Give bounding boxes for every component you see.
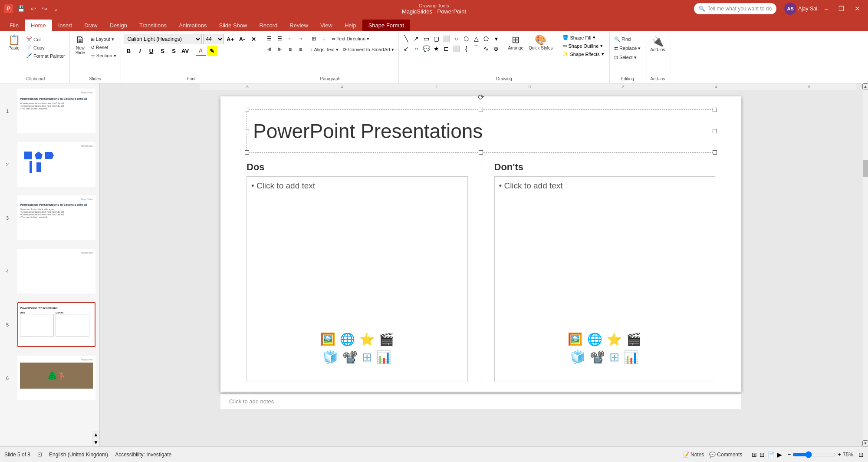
shape-double-arrow[interactable]: ↔	[411, 44, 421, 53]
align-text-button[interactable]: ↕ Align Text ▾	[309, 46, 341, 53]
shape-rrect[interactable]: ▢	[431, 34, 441, 43]
handle-ml[interactable]	[245, 129, 249, 133]
dos-heading[interactable]: Dos	[247, 162, 468, 173]
dos-placeholder-text[interactable]: • Click to add text	[251, 181, 463, 191]
tab-review[interactable]: Review	[283, 20, 314, 31]
tab-slideshow[interactable]: Slide Show	[213, 20, 253, 31]
shapes-more[interactable]: ▾	[491, 34, 501, 43]
shape-triangle[interactable]: △	[471, 34, 481, 43]
dos-image-icon[interactable]: 🖼️	[320, 332, 335, 346]
donts-heading[interactable]: Don'ts	[494, 162, 716, 173]
rotate-handle[interactable]: ⟳	[478, 92, 484, 102]
tab-animations[interactable]: Animations	[173, 20, 213, 31]
align-left-button[interactable]: ⫷	[265, 45, 274, 54]
tab-file[interactable]: File	[3, 20, 25, 31]
slide-thumb-2[interactable]: MagicSlides	[17, 142, 95, 187]
justify-button[interactable]: ≡	[296, 45, 306, 54]
tab-home[interactable]: Home	[25, 20, 52, 31]
donts-table-icon[interactable]: ⊞	[609, 350, 619, 364]
scroll-down-arrow[interactable]: ▼	[862, 440, 868, 446]
restore-button[interactable]: ❐	[835, 5, 848, 13]
shape-bracket[interactable]: {	[461, 44, 471, 53]
find-button[interactable]: 🔍 Find	[612, 36, 632, 43]
slideshow-button[interactable]: ▶	[777, 451, 782, 458]
highlight-button[interactable]: ✎	[207, 46, 217, 56]
zoom-level[interactable]: 75%	[843, 452, 853, 458]
font-family-select[interactable]: Calibri Light (Headings)	[124, 34, 202, 44]
shape-rect[interactable]: ▭	[421, 34, 431, 43]
scroll-up-arrow[interactable]: ▲	[862, 83, 868, 89]
layout-button[interactable]: ⊞ Layout ▾	[89, 36, 118, 43]
notes-area[interactable]: Click to add notes	[220, 393, 741, 409]
tab-design[interactable]: Design	[104, 20, 133, 31]
donts-3d-icon[interactable]: 🧊	[570, 350, 585, 364]
shape-cube[interactable]: ⬜	[451, 44, 461, 53]
shape-effects-button[interactable]: ✨ Shape Effects ▾	[560, 50, 607, 58]
shape-callout[interactable]: 💬	[421, 44, 431, 53]
quick-styles-button[interactable]: 🎨 Quick Styles	[526, 34, 555, 52]
zoom-in-button[interactable]: +	[838, 451, 841, 458]
strikethrough-button[interactable]: S	[158, 46, 168, 56]
slide-thumb-6[interactable]: MagicSlides 🌲 🦌	[17, 356, 95, 400]
scroll-track[interactable]	[862, 89, 868, 440]
fit-window-button[interactable]: ⊡	[858, 451, 864, 458]
shape-process[interactable]: ⊏	[441, 44, 451, 53]
shape-hexagon[interactable]: ⬡	[461, 34, 471, 43]
save-button[interactable]: 💾	[16, 4, 26, 13]
donts-placeholder-text[interactable]: • Click to add text	[499, 181, 711, 191]
dos-content-box[interactable]: • Click to add text 🖼️ 🌐 ⭐ 🎬 🧊 📽️	[247, 176, 468, 382]
arrange-button[interactable]: ⊞ Arrange	[506, 34, 526, 52]
char-spacing-button[interactable]: AV	[180, 46, 191, 56]
zoom-slider[interactable]	[792, 451, 836, 458]
font-shrink-button[interactable]: A-	[237, 34, 247, 44]
close-button[interactable]: ✕	[851, 5, 864, 13]
new-slide-button[interactable]: 🗎 NewSlide	[72, 34, 88, 56]
slide-sorter-button[interactable]: ⊟	[760, 451, 765, 458]
slide-title-text[interactable]: PowerPoint Presentations	[247, 119, 483, 143]
decrease-indent-button[interactable]: ←	[286, 34, 295, 43]
tab-record[interactable]: Record	[253, 20, 283, 31]
dos-icons-icon[interactable]: ⭐	[359, 332, 375, 346]
donts-chart-icon[interactable]: 📊	[624, 350, 639, 364]
donts-video-icon[interactable]: 🎬	[626, 332, 641, 346]
handle-bl[interactable]	[245, 150, 249, 155]
donts-image-icon[interactable]: 🖼️	[568, 332, 583, 346]
handle-tr[interactable]	[713, 108, 717, 112]
user-avatar[interactable]: AS	[784, 3, 796, 15]
tab-help[interactable]: Help	[339, 20, 362, 31]
handle-tl[interactable]	[245, 108, 249, 112]
bullets-button[interactable]: ☰	[265, 34, 274, 43]
shape-arrow[interactable]: ↗	[411, 34, 421, 43]
dos-table-icon[interactable]: ⊞	[362, 350, 372, 364]
reading-view-button[interactable]: 📄	[767, 451, 775, 458]
tab-draw[interactable]: Draw	[78, 20, 103, 31]
handle-tm[interactable]	[479, 108, 483, 112]
select-button[interactable]: ⊡ Select ▾	[612, 54, 638, 61]
shape-fill-button[interactable]: 🪣 Shape Fill ▾	[560, 34, 607, 41]
shape-outline-button[interactable]: ▭ Shape Outline ▾	[560, 42, 607, 50]
donts-content-box[interactable]: • Click to add text 🖼️ 🌐 ⭐ 🎬 🧊 📽️	[494, 176, 716, 382]
shape-misc1[interactable]: ⌒	[471, 44, 481, 53]
undo-button[interactable]: ↩	[29, 4, 38, 13]
format-painter-button[interactable]: 🖌️ Format Painter	[24, 52, 67, 59]
tell-me-bar[interactable]: 🔍 Tell me what you want to do	[694, 3, 776, 14]
dos-video-icon[interactable]: 🎬	[379, 332, 394, 346]
section-button[interactable]: ☰ Section ▾	[89, 52, 118, 59]
shape-misc3[interactable]: ⊕	[491, 44, 501, 53]
scroll-down-button[interactable]: ▼	[92, 439, 99, 446]
italic-button[interactable]: I	[135, 46, 145, 56]
comments-button[interactable]: 💬 Comments	[709, 452, 742, 458]
notes-placeholder[interactable]: Click to add notes	[229, 398, 274, 405]
replace-button[interactable]: ⇄ Replace ▾	[612, 45, 642, 52]
scroll-thumb[interactable]	[863, 160, 868, 177]
slide-canvas[interactable]: ⟳ PowerPoint Presentations Dos • Click t…	[220, 96, 741, 392]
handle-br[interactable]	[713, 150, 717, 155]
cut-button[interactable]: ✂️ Cut	[24, 36, 67, 43]
handle-bm[interactable]	[479, 150, 483, 155]
columns-button[interactable]: ⊞	[309, 34, 319, 43]
shape-star[interactable]: ★	[431, 44, 441, 53]
paste-button[interactable]: 📋 Paste	[4, 34, 23, 52]
shadow-button[interactable]: S	[169, 46, 179, 56]
underline-button[interactable]: U	[146, 46, 157, 56]
add-ins-button[interactable]: 🔌 Add-ins	[648, 36, 667, 53]
